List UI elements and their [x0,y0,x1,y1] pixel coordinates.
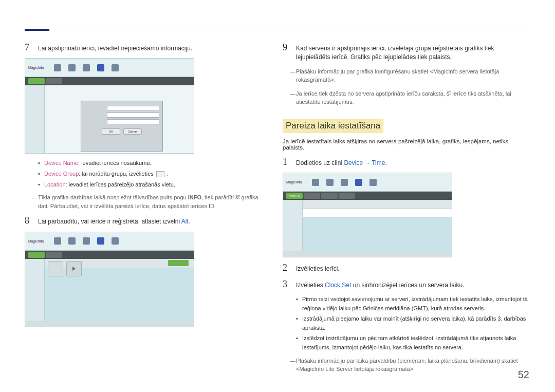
step-text: Dodieties uz cilni Device → Time. [296,159,387,167]
ellipsis-button-icon: … [156,171,164,177]
screenshot-sidebar [283,200,303,257]
screenshot-tabbar [25,77,194,85]
input [107,113,159,118]
bullet-row: • Location: ievadiet ierīces pašreizējo … [38,180,266,190]
nav-icon [112,64,119,71]
info-key: INFO [188,194,201,200]
field-descriptions: • Device Name: ievadiet ierīces nosaukum… [38,159,266,189]
table-row [303,209,452,217]
section-subtext: Ja ierīcē iestatītais laiks atšķiras no … [283,138,528,151]
cancel-button: Cancel [123,128,142,135]
right-column: 9 Kad serveris ir apstiprinājis ierīci, … [283,42,528,379]
input [107,119,159,124]
magicinfo-logo: MagicInfo [28,239,44,243]
play-icon [72,267,76,271]
screenshot-main: OK Cancel [45,85,194,153]
bullet-dot-icon: • [38,170,44,179]
step-number: 8 [25,215,38,226]
time-link: Time [372,159,385,166]
screenshot-statusbar [283,251,452,257]
bullet-row: • Pirmo reizi veidojot savienojumu ar se… [296,295,528,313]
note-info: ― Tīkla grafika darbības laikā nospiežot… [38,193,266,210]
period: . [385,159,386,166]
screenshot-statusbar [25,321,194,327]
bullet-dot-icon: • [296,334,302,352]
dash-icon: ― [32,193,38,210]
tab [28,252,45,258]
device-thumbnail [48,261,63,276]
device-link: Device [344,159,363,166]
step-text-part: Izvēlieties [296,282,325,289]
step-text: Lai apstiprinātu ierīci, ievadiet nepiec… [38,44,192,53]
field-desc: : ievadiet ierīces nosaukumu. [78,160,151,166]
screenshot-toolbar [303,200,452,209]
screenshot-all-devices: MagicInfo [25,232,194,327]
device-thumbnail [66,261,82,276]
step-text-part: Lai pārbaudītu, vai ierīce ir reģistrēta… [38,218,181,225]
tab [46,78,62,84]
nav-icon [68,64,76,71]
tab [304,193,320,199]
note: ― Ja ierīce tiek dzēsta no servera apsti… [296,89,528,106]
nav-icon [369,179,377,186]
tab [321,193,338,199]
step-text: Izvēlieties ierīci. [296,265,340,273]
left-column: 7 Lai apstiprinātu ierīci, ievadiet nepi… [25,42,266,332]
bullet-text: Izstrādājumā pieejamo laiku var mainīt (… [302,314,528,332]
tab [28,78,45,84]
note-text: Ja ierīce tiek dzēsta no servera apstipr… [296,89,528,106]
step-number: 1 [283,157,296,167]
input [107,106,159,111]
field-name: Location [44,181,66,188]
step-text-part: un sinhronizējiet ierīces un servera lai… [351,282,464,289]
note-text: Tīkla grafika darbības laikā nospiežot t… [38,194,188,200]
step-number: 2 [283,263,296,273]
step-1: 1 Dodieties uz cilni Device → Time. [283,157,528,167]
screenshot-sidebar [25,85,45,153]
nav-icon-selected [97,64,104,71]
nav-icon [326,179,334,186]
step-number: 3 [283,279,296,290]
nav-icon [54,237,61,245]
step-3: 3 Izvēlieties Clock Set un sinhronizējie… [283,279,528,290]
nav-icon [83,64,90,71]
magicinfo-logo: MagicInfo [286,180,302,184]
field-desc: : ievadiet ierīces pašreizējo atrašanās … [66,181,175,188]
magicinfo-logo: MagicInfo [28,66,44,69]
nav-icon [341,179,348,186]
step-2: 2 Izvēlieties ierīci. [283,263,528,273]
tab [339,193,355,199]
screenshot-approve-device: MagicInfo OK Cancel [25,58,194,154]
screenshot-sidebar [25,259,45,327]
clock-set-link: Clock Set [325,282,351,289]
page-top-rule [25,29,528,29]
step-7: 7 Lai apstiprinātu ierīci, ievadiet nepi… [25,42,266,53]
screenshot-tabbar [25,251,194,259]
nav-icon [54,64,61,71]
dash-icon: ― [290,357,296,374]
step-8: 8 Lai pārbaudītu, vai ierīce ir reģistrē… [25,215,266,226]
step-9: 9 Kad serveris ir apstiprinājis ierīci, … [283,42,528,62]
screenshot-topbar: MagicInfo [25,232,194,251]
nav-icon-selected [355,179,362,186]
nav-icon [112,237,119,245]
bullet-dot-icon: • [38,180,44,190]
field-desc: : lai norādītu grupu, izvēlieties [79,171,155,177]
bullet-dot-icon: • [296,314,302,332]
approve-dialog: OK Cancel [81,101,163,152]
bullet-text: Pirmo reizi veidojot savienojumu ar serv… [302,295,528,313]
note-text: Plašāku informāciju par grafika konfigur… [296,67,528,84]
green-button [168,260,189,266]
nav-icon [83,237,90,245]
screenshot-device-time: MagicInfo View All [283,173,452,257]
note: ― Plašāku informāciju par laika pārvaldī… [296,357,528,374]
screenshot-topbar: MagicInfo [283,173,452,192]
ok-button: OK [102,128,120,135]
step-text-part: Dodieties uz cilni [296,159,344,166]
step-text: Izvēlieties Clock Set un sinhronizējiet … [296,281,465,290]
step-number: 9 [283,42,296,53]
field-name: Device Group [44,171,79,177]
arrow-icon: → [363,160,372,166]
note: ― Plašāku informāciju par grafika konfig… [296,67,528,84]
nav-icon [68,237,76,245]
